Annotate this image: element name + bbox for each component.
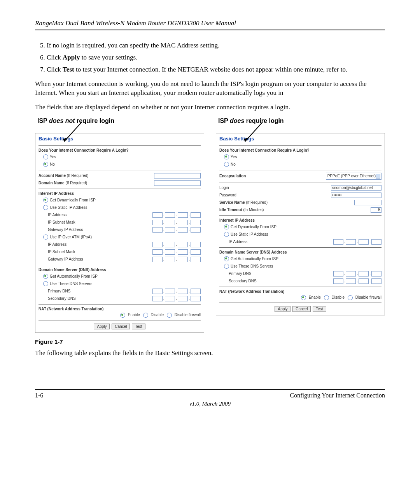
nat-disable[interactable]: Disable <box>324 295 345 300</box>
paragraph-1: When your Internet connection is working… <box>35 80 385 98</box>
ip-address-input[interactable]: ... <box>333 239 382 245</box>
nat-options: Enable Disable Disable firewall <box>38 313 201 318</box>
gateway-ip-input2[interactable]: ... <box>152 257 201 262</box>
step-7-text-c: to test your Internet connection. If the… <box>74 66 347 73</box>
panel-login: Basic Settings Does Your Internet Connec… <box>216 133 385 315</box>
button-row: Apply Cancel Test <box>38 324 201 329</box>
login-row: Login snomon@sbcglobal.net <box>219 185 382 191</box>
nat-disable-fw[interactable]: Disable firewall <box>167 313 201 318</box>
dns-head: Domain Name Server (DNS) Address <box>219 250 382 254</box>
step-list: If no login is required, you can specify… <box>35 41 385 74</box>
ip-address-input2[interactable]: ... <box>152 242 201 247</box>
page-footer: 1-6 Configuring Your Internet Connection <box>35 389 385 399</box>
nat-disable-fw[interactable]: Disable firewall <box>348 295 382 300</box>
radio-yes-row[interactable]: Yes <box>38 154 201 160</box>
step-7-bold: Test <box>63 66 74 73</box>
radio-icon <box>43 205 48 210</box>
step-5-text: If no login is required, you can specify… <box>47 42 219 49</box>
left-col-title: ISP does not require login <box>35 117 204 124</box>
arrow-right-icon <box>243 122 266 145</box>
radio-dns-auto-row[interactable]: Get Automatically From ISP <box>219 256 382 262</box>
domain-name-input[interactable] <box>154 180 201 186</box>
radio-icon <box>301 295 306 300</box>
secondary-dns-row: Secondary DNS ... <box>38 296 201 302</box>
paragraph-3: The following table explains the fields … <box>35 349 385 358</box>
radio-icon <box>224 162 229 167</box>
radio-static-row[interactable]: Use Static IP Address <box>219 231 382 238</box>
radio-dns-use-row[interactable]: Use These DNS Servers <box>219 263 382 270</box>
apply-button[interactable]: Apply <box>275 306 290 312</box>
nat-head: NAT (Network Address Translation) <box>38 307 201 311</box>
primary-dns-input[interactable]: ... <box>152 289 201 294</box>
step-6-text-c: to save your settings. <box>80 54 138 61</box>
ip-address-input[interactable]: ... <box>152 212 201 218</box>
nat-options: Enable Disable Disable firewall <box>219 295 382 300</box>
account-name-row: Account Name (If Required) <box>38 173 201 179</box>
nat-disable[interactable]: Disable <box>143 313 164 318</box>
nat-enable[interactable]: Enable <box>120 313 140 318</box>
test-button[interactable]: Test <box>132 324 145 329</box>
version-footer: v1.0, March 2009 <box>35 401 385 407</box>
ip-address-row: IP Address ... <box>38 212 201 218</box>
domain-name-row: Domain Name (If Required) <box>38 180 201 186</box>
step-7-text-a: Click <box>47 66 63 73</box>
password-row: Password ••••••• <box>219 192 382 198</box>
dns-head: Domain Name Server (DNS) Address <box>38 268 201 272</box>
primary-dns-input[interactable]: ... <box>333 271 382 276</box>
radio-dyn-row[interactable]: Get Dynamically From ISP <box>219 224 382 230</box>
chapter-title: Configuring Your Internet Connection <box>290 392 385 399</box>
panel-no-login: Basic Settings Does Your Internet Connec… <box>35 133 204 333</box>
cancel-button[interactable]: Cancel <box>112 324 130 329</box>
login-input[interactable]: snomon@sbcglobal.net <box>331 185 382 191</box>
radio-no-row[interactable]: No <box>219 161 382 168</box>
paragraph-2: The fields that are displayed depend on … <box>35 103 385 112</box>
password-input[interactable]: ••••••• <box>331 192 382 198</box>
svg-line-0 <box>64 122 82 142</box>
primary-dns-row: Primary DNS ... <box>38 288 201 294</box>
radio-yes-row[interactable]: Yes <box>219 154 382 160</box>
radio-ipoa-row[interactable]: Use IP Over ATM (IPoA) <box>38 234 201 240</box>
nat-enable[interactable]: Enable <box>301 295 321 300</box>
ip-subnet-row2: IP Subnet Mask ... <box>38 249 201 255</box>
test-button[interactable]: Test <box>313 306 326 312</box>
radio-icon <box>324 295 329 300</box>
secondary-dns-input[interactable]: ... <box>152 296 201 301</box>
gateway-ip-row: Gateway IP Address ... <box>38 227 201 233</box>
radio-no-row[interactable]: No <box>38 161 201 168</box>
cancel-button[interactable]: Cancel <box>292 306 311 312</box>
radio-icon <box>43 154 48 159</box>
ip-address-row2: IP Address ... <box>38 242 201 248</box>
radio-icon <box>224 264 229 269</box>
secondary-dns-row: Secondary DNS ... <box>219 278 382 284</box>
apply-button[interactable]: Apply <box>94 324 110 329</box>
secondary-dns-input[interactable]: ... <box>333 278 382 284</box>
arrow-left-icon <box>62 122 86 145</box>
login-question: Does Your Internet Connection Require A … <box>219 148 382 152</box>
encapsulation-row: Encapsulation PPPoE (PPP over Ethernet) <box>219 173 382 180</box>
idle-timeout-input[interactable]: 5 <box>371 207 382 213</box>
radio-dns-auto-row[interactable]: Get Automatically From ISP <box>38 273 201 280</box>
svg-line-2 <box>245 122 262 142</box>
internet-ip-head: Internet IP Address <box>219 218 382 222</box>
login-question: Does Your Internet Connection Require A … <box>38 148 201 152</box>
right-col-title: ISP does require login <box>216 117 385 124</box>
ip-subnet-input2[interactable]: ... <box>152 249 201 255</box>
ip-subnet-input[interactable]: ... <box>152 220 201 225</box>
radio-icon <box>43 281 48 286</box>
radio-icon <box>224 224 229 229</box>
nat-head: NAT (Network Address Translation) <box>219 289 382 294</box>
radio-dns-use-row[interactable]: Use These DNS Servers <box>38 281 201 287</box>
service-name-input[interactable] <box>354 200 382 205</box>
gateway-ip-row2: Gateway IP Address ... <box>38 256 201 262</box>
gateway-ip-input[interactable]: ... <box>152 227 201 233</box>
radio-dyn-row[interactable]: Get Dynamically From ISP <box>38 197 201 203</box>
radio-icon <box>224 154 229 159</box>
radio-icon <box>348 295 353 300</box>
running-header: RangeMax Dual Band Wireless-N Modem Rout… <box>35 19 385 30</box>
step-7: Click Test to test your Internet connect… <box>47 65 385 74</box>
radio-static-row[interactable]: Use Static IP Address <box>38 205 201 211</box>
account-name-input[interactable] <box>154 173 201 178</box>
encapsulation-select[interactable]: PPPoE (PPP over Ethernet) <box>326 173 382 180</box>
radio-icon <box>43 234 48 240</box>
radio-icon <box>167 313 172 318</box>
